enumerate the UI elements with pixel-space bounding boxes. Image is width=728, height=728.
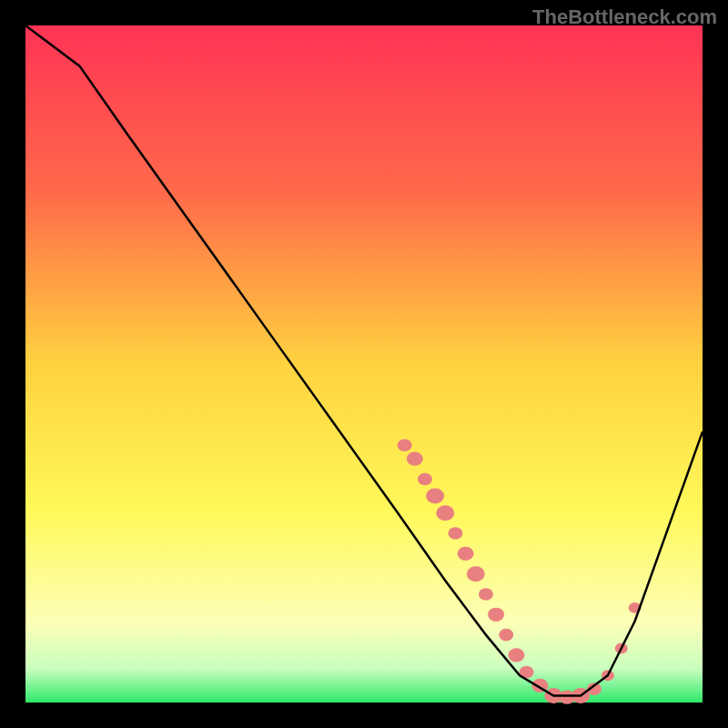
data-marker <box>407 452 423 466</box>
data-marker <box>488 608 504 622</box>
data-marker <box>508 648 524 662</box>
data-marker <box>467 566 485 581</box>
data-marker <box>479 588 493 601</box>
attribution-label: TheBottleneck.com <box>532 5 717 29</box>
data-marker <box>418 473 432 486</box>
chart-container: TheBottleneck.com <box>0 0 728 728</box>
data-marker <box>426 489 444 504</box>
data-marker <box>448 527 462 540</box>
data-marker <box>458 547 474 561</box>
data-marker <box>398 439 412 451</box>
bottleneck-curve-chart <box>0 0 728 728</box>
heatmap-background <box>25 25 703 703</box>
data-marker <box>499 629 513 642</box>
data-marker <box>436 505 454 521</box>
